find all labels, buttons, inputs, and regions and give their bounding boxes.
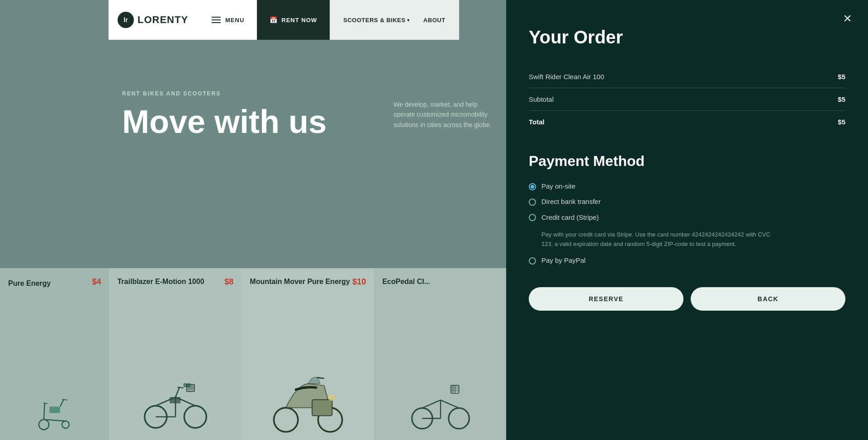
credit-card-row[interactable]: Credit card (Stripe) [529, 213, 599, 221]
card-price-trailblazer: $8 [224, 277, 233, 287]
svg-line-15 [177, 387, 183, 388]
order-item-price: $5 [838, 73, 845, 80]
total-value: $5 [838, 118, 845, 126]
payment-section-title: Payment Method [529, 153, 845, 170]
radio-bank-transfer[interactable] [529, 199, 536, 206]
close-button[interactable]: × [843, 11, 852, 25]
svg-point-32 [448, 408, 469, 429]
svg-rect-37 [451, 385, 459, 393]
card-name-ecopedal: EcoPedal Cl... [382, 277, 498, 286]
card-name-mountain-mover: Mountain Mover Pure Energy [250, 277, 366, 286]
menu-label: MENU [225, 17, 244, 24]
svg-point-26 [274, 408, 298, 432]
card-ecopedal[interactable]: EcoPedal Cl... [374, 268, 507, 440]
payment-option-credit-card[interactable]: Credit card (Stripe) Pay with your credi… [529, 213, 845, 249]
hero-description: We develop, market, and help operate cus… [394, 99, 493, 130]
rent-now-button[interactable]: 📅 RENT NOW [257, 0, 330, 40]
svg-point-30 [328, 394, 334, 401]
rent-now-label: RENT NOW [281, 17, 317, 24]
order-total-line: Total $5 [529, 111, 845, 133]
nav-links: SCOOTERS & BIKES ▾ ABOUT [330, 0, 459, 40]
hero-eyebrow: RENT BIKES AND SCOOTERS [122, 90, 394, 97]
payment-option-bank-transfer[interactable]: Direct bank transfer [529, 198, 845, 206]
logo-area: lr LORENTY [109, 0, 199, 40]
svg-line-33 [422, 400, 441, 408]
nav-about[interactable]: ABOUT [423, 17, 446, 24]
paypal-label: Pay by PayPal [541, 256, 586, 264]
card-img-pure-energy [8, 289, 101, 435]
svg-line-14 [175, 387, 180, 397]
bank-transfer-label: Direct bank transfer [541, 198, 601, 205]
svg-line-6 [44, 403, 45, 420]
svg-rect-17 [170, 397, 181, 403]
logo-icon: lr [118, 12, 134, 28]
svg-line-34 [441, 400, 459, 408]
order-item-line: Swift Rider Clean Air 100 $5 [529, 66, 845, 88]
reserve-button[interactable]: RESERVE [529, 287, 683, 311]
page-background: lr LORENTY MENU 📅 RENT NOW SCOOTERS & BI… [0, 0, 507, 440]
svg-point-9 [184, 406, 206, 428]
order-item-name: Swift Rider Clean Air 100 [529, 73, 604, 80]
hero-title: Move with us [122, 105, 394, 139]
chevron-down-icon: ▾ [407, 18, 410, 23]
order-panel: × Your Order Swift Rider Clean Air 100 $… [506, 0, 868, 440]
radio-paypal[interactable] [529, 257, 536, 265]
hamburger-icon [212, 17, 221, 23]
svg-point-1 [62, 421, 69, 428]
moped-illustration [272, 352, 344, 435]
svg-point-0 [39, 420, 49, 430]
calendar-icon: 📅 [270, 16, 278, 24]
subtotal-value: $5 [838, 95, 845, 103]
header: lr LORENTY MENU 📅 RENT NOW SCOOTERS & BI… [109, 0, 507, 40]
svg-line-7 [43, 403, 47, 404]
card-trailblazer[interactable]: Trailblazer E-Motion 1000 $8 [109, 268, 242, 440]
card-price-pure-energy: $4 [92, 277, 101, 287]
svg-rect-29 [312, 400, 332, 416]
card-mountain-mover[interactable]: Mountain Mover Pure Energy $10 [242, 268, 374, 440]
cards-row: Pure Energy $4 Trailblazer E-Motion 1000 [0, 268, 507, 440]
nav-scooters-bikes[interactable]: SCOOTERS & BIKES ▾ [343, 17, 410, 24]
svg-line-28 [317, 378, 324, 378]
svg-rect-3 [49, 407, 60, 413]
card-img-trailblazer [117, 288, 233, 435]
hero-content: RENT BIKES AND SCOOTERS Move with us [122, 90, 394, 153]
subtotal-label: Subtotal [529, 95, 554, 103]
card-pure-energy[interactable]: Pure Energy $4 [0, 268, 109, 440]
card-price-mountain-mover: $10 [352, 277, 366, 287]
bike-illustration [144, 359, 207, 435]
scooter-illustration [37, 381, 73, 435]
svg-line-5 [62, 399, 67, 400]
total-label: Total [529, 118, 545, 126]
order-subtotal-line: Subtotal $5 [529, 88, 845, 111]
card-img-mountain-mover [250, 288, 366, 435]
card-name-pure-energy: Pure Energy [8, 279, 101, 288]
back-button[interactable]: BACK [691, 287, 845, 311]
payment-option-paypal[interactable]: Pay by PayPal [529, 256, 845, 265]
credit-card-label: Credit card (Stripe) [541, 213, 599, 221]
radio-inner-pay-onsite [531, 185, 534, 189]
action-buttons: RESERVE BACK [529, 287, 845, 311]
radio-credit-card[interactable] [529, 214, 536, 221]
card-name-trailblazer: Trailblazer E-Motion 1000 [117, 277, 233, 286]
ecopedal-illustration [411, 361, 470, 435]
menu-button[interactable]: MENU [199, 0, 257, 40]
svg-line-4 [60, 399, 64, 407]
stripe-description: Pay with your credit card via Stripe. Us… [541, 230, 777, 249]
payment-option-pay-onsite[interactable]: Pay on-site [529, 182, 845, 190]
order-title: Your Order [529, 27, 845, 47]
pay-onsite-label: Pay on-site [541, 182, 575, 190]
radio-pay-onsite[interactable] [529, 183, 536, 190]
logo-text: LORENTY [138, 14, 188, 26]
card-img-ecopedal [382, 288, 498, 435]
